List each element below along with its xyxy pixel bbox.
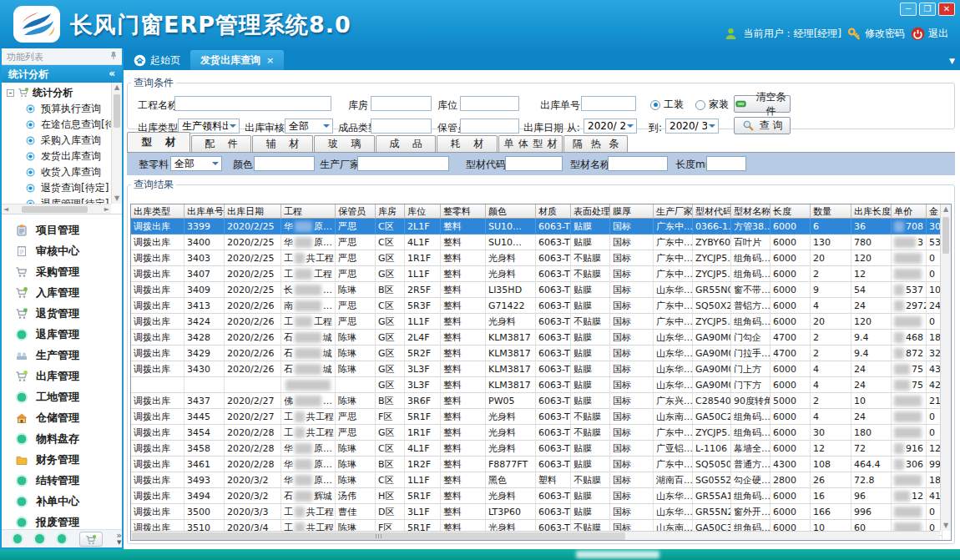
sidebar-section-header[interactable]: 统计分析 « bbox=[2, 65, 122, 83]
table-row[interactable]: 调拨出库34242020/2/26工工程严思G区1L1F整料光身料6063-T5… bbox=[131, 314, 942, 330]
column-header[interactable]: 出库日期 bbox=[225, 204, 281, 219]
table-row[interactable]: 调拨出库34942020/3/2石辉城汤伟H区5R1F整料光身料6063-T5贴… bbox=[131, 488, 942, 504]
table-row[interactable]: G区3L3F整料KLM38176063-T5贴膜国标山东华…GA90M09…门下… bbox=[131, 377, 942, 393]
column-header[interactable]: 保管员 bbox=[336, 204, 376, 219]
dot-icon[interactable] bbox=[13, 534, 22, 543]
table-row[interactable]: 调拨出库34612020/2/28华原…陈琳B区1R2F整料F8877FT606… bbox=[131, 457, 942, 472]
close-button[interactable]: ✕ bbox=[938, 3, 955, 16]
tree-vertical-scrollbar[interactable]: ▲ ▼ bbox=[111, 83, 122, 204]
sidebar-item-财务管理[interactable]: 财务管理 bbox=[2, 449, 122, 470]
material-tab-单体型材[interactable]: 单体型材 bbox=[498, 135, 563, 152]
sidebar-item-工地管理[interactable]: 工地管理 bbox=[2, 386, 122, 407]
search-button[interactable]: 查 询 bbox=[734, 117, 791, 134]
scroll-up-icon[interactable]: ▲ bbox=[941, 204, 951, 214]
column-header[interactable]: 型材代码 bbox=[693, 204, 731, 219]
tree-item[interactable]: 预算执行查询 bbox=[2, 101, 111, 117]
table-row[interactable]: 调拨出库34292020/2/26石城陈琳G区5R2F整料KLM38176063… bbox=[131, 346, 942, 361]
table-row[interactable]: 调拨出库34002020/2/25华原…严思C区4L1F整料SU10…6063-… bbox=[131, 235, 942, 250]
tree-item[interactable]: 发货出库查询 bbox=[2, 149, 111, 164]
material-tab-型材[interactable]: 型材 bbox=[127, 132, 190, 152]
column-header[interactable]: 整零料 bbox=[441, 204, 486, 219]
keeper-input[interactable] bbox=[460, 119, 519, 134]
column-header[interactable]: 出库长度 bbox=[851, 204, 892, 219]
color-input[interactable] bbox=[254, 156, 315, 171]
maximize-button[interactable]: ❐ bbox=[919, 3, 936, 16]
radio-工装[interactable]: 工装 bbox=[650, 98, 684, 112]
dot-icon[interactable] bbox=[35, 534, 43, 543]
table-row[interactable]: 调拨出库35002020/3/3工共工程曹佳D区3L1F整料LT3P606063… bbox=[131, 504, 942, 520]
material-tab-玻璃[interactable]: 玻璃 bbox=[314, 135, 375, 152]
tree-horizontal-scrollbar[interactable]: ◄ ► bbox=[2, 204, 111, 214]
scroll-right-icon[interactable]: ► bbox=[104, 204, 109, 214]
sidebar-item-入库管理[interactable]: 入库管理 bbox=[2, 282, 122, 303]
scroll-down-icon[interactable]: ▼ bbox=[112, 194, 122, 204]
column-header[interactable]: 工程 bbox=[281, 204, 336, 219]
column-header[interactable]: 颜色 bbox=[486, 204, 536, 219]
tab-list-dropdown-icon[interactable]: ▼ bbox=[949, 57, 955, 65]
profile-code-input[interactable] bbox=[505, 156, 563, 171]
product-type-input[interactable] bbox=[371, 119, 432, 134]
change-password-button[interactable]: 修改密码 bbox=[847, 27, 905, 41]
scroll-up-icon[interactable]: ▲ bbox=[112, 83, 122, 93]
column-header[interactable]: 数量 bbox=[811, 204, 851, 219]
table-row[interactable]: 调拨出库34542020/2/28工共工程严思G区1R1F整料光身料6063-T… bbox=[131, 425, 942, 441]
cart-toolbar-button[interactable] bbox=[79, 532, 103, 547]
table-row[interactable]: 调拨出库34932020/3/2华原…陈琳C区1L1F整料黑色塑料不贴膜国标湖南… bbox=[131, 472, 942, 488]
table-row[interactable]: 调拨出库34032020/2/25工共工程严思G区1R1F整料光身料6063-T… bbox=[131, 250, 942, 266]
tree-item[interactable]: 采购入库查询 bbox=[2, 133, 111, 149]
sidebar-item-退货管理[interactable]: 退货管理 bbox=[2, 303, 122, 324]
table-row[interactable]: 调拨出库34092020/2/25长…陈琳B区2R5F整料LI35HD6063-… bbox=[131, 282, 942, 298]
table-row[interactable]: 调拨出库34452020/2/27工共工程严思F区5R1F整料光身料6063-T… bbox=[131, 409, 942, 425]
sidebar-item-补单中心[interactable]: 补单中心 bbox=[2, 491, 122, 512]
tree-hscroll-thumb[interactable] bbox=[22, 206, 88, 213]
date-from-picker[interactable]: 2020/ 2/16 bbox=[584, 119, 637, 134]
table-row[interactable]: 调拨出库34282020/2/26石城陈琳G区2L4F整料KLM38176063… bbox=[131, 330, 942, 346]
audit-select[interactable]: 全部 bbox=[285, 119, 333, 134]
dot-icon[interactable] bbox=[58, 534, 66, 543]
length-input[interactable] bbox=[706, 156, 746, 171]
whole-piece-select[interactable]: 全部 bbox=[170, 156, 222, 171]
column-header[interactable]: 型材名称 bbox=[731, 204, 771, 219]
sidebar-item-项目管理[interactable]: 项目管理 bbox=[2, 219, 122, 240]
tree-item[interactable]: 退货查询[待定] bbox=[2, 180, 111, 196]
tab-home[interactable]: 起始页 bbox=[124, 50, 190, 70]
column-header[interactable]: 库位 bbox=[405, 204, 441, 219]
grid-horizontal-scrollbar[interactable] bbox=[131, 531, 940, 540]
column-header[interactable]: 长度 bbox=[771, 204, 811, 219]
pin-icon[interactable] bbox=[109, 51, 119, 61]
material-tab-辅材[interactable]: 辅材 bbox=[252, 135, 313, 152]
logout-button[interactable]: 退出 bbox=[911, 27, 948, 41]
column-header[interactable]: 材质 bbox=[536, 204, 571, 219]
material-tab-隔热条[interactable]: 隔热条 bbox=[563, 135, 628, 152]
table-row[interactable]: 调拨出库34072020/2/25工工程严思G区1L1F整料光身料6063-T5… bbox=[131, 266, 942, 282]
sidebar-item-物料盘存[interactable]: 物料盘存 bbox=[2, 428, 122, 449]
more-items-button[interactable]: »▼ bbox=[116, 532, 122, 547]
column-header[interactable]: 单价 bbox=[892, 204, 927, 219]
column-header[interactable]: 生产厂家 bbox=[654, 204, 693, 219]
table-row[interactable]: 调拨出库34132020/2/26南…严思C区5R3F整料G714226063-… bbox=[131, 298, 942, 314]
column-header[interactable]: 表面处理 bbox=[571, 204, 610, 219]
sidebar-item-报废管理[interactable]: 报废管理 bbox=[2, 512, 122, 529]
sidebar-item-出库管理[interactable]: 出库管理 bbox=[2, 366, 122, 386]
column-header[interactable]: 膜厚 bbox=[610, 204, 654, 219]
grid-vertical-scrollbar[interactable]: ▲ ▼ bbox=[940, 204, 951, 531]
manufacturer-input[interactable] bbox=[357, 156, 449, 171]
project-name-input[interactable] bbox=[174, 96, 331, 111]
sidebar-item-采购管理[interactable]: 采购管理 bbox=[2, 261, 122, 282]
tree-root-node[interactable]: - 统计分析 bbox=[2, 84, 111, 101]
clear-conditions-button[interactable]: 清空条件 bbox=[734, 95, 791, 113]
material-tab-配件[interactable]: 配件 bbox=[191, 135, 251, 152]
material-tab-成品[interactable]: 成品 bbox=[376, 135, 436, 152]
sidebar-item-结转管理[interactable]: 结转管理 bbox=[2, 470, 122, 491]
tree-item[interactable]: 在途信息查询[待定] bbox=[2, 117, 111, 133]
tab-shipping-outbound-query[interactable]: 发货出库查询 × bbox=[190, 50, 284, 70]
profile-name-input[interactable] bbox=[608, 156, 668, 171]
location-input[interactable] bbox=[460, 96, 519, 111]
table-row[interactable]: 调拨出库34302020/2/26石城陈琳G区3L3F整料KLM38176063… bbox=[131, 361, 942, 377]
warehouse-input[interactable] bbox=[371, 96, 432, 111]
tree-item[interactable]: 退库管理[待定] bbox=[2, 196, 111, 204]
scroll-down-icon[interactable]: ▼ bbox=[941, 521, 951, 531]
minimize-button[interactable]: ─ bbox=[900, 3, 917, 16]
column-header[interactable]: 库房 bbox=[376, 204, 405, 219]
material-tab-耗材[interactable]: 耗材 bbox=[437, 135, 498, 152]
